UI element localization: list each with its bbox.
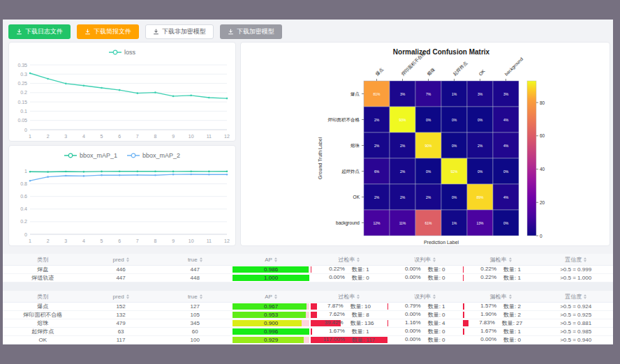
column-header[interactable]: 误判率 — [388, 254, 463, 265]
rate-value: 0.00% — [405, 336, 421, 344]
ap-cell: 0.967 — [231, 303, 311, 310]
svg-text:40: 40 — [540, 167, 545, 172]
svg-text:1%: 1% — [452, 221, 457, 225]
sort-icon[interactable] — [357, 294, 360, 299]
ap-value: 0.953 — [232, 312, 309, 318]
over-detect-cell: 39.42%数量: 136 — [311, 319, 387, 327]
column-header[interactable]: AP — [231, 254, 311, 265]
legend-item-bbox_mAP_1[interactable]: bbox_mAP_1 — [64, 152, 117, 159]
svg-text:13%: 13% — [476, 221, 484, 225]
miss-detect-cell: 0.00%数量: 0 — [463, 336, 538, 344]
legend-label: bbox_mAP_1 — [80, 152, 117, 159]
ap-bar: 0.986 — [232, 266, 309, 273]
confidence-cell: >0.5 = 1.000 — [538, 274, 613, 282]
matrix-row-label: 熔珠 — [350, 143, 360, 149]
legend-item-bbox_mAP_2[interactable]: bbox_mAP_2 — [127, 152, 180, 159]
sort-icon[interactable] — [274, 257, 277, 262]
sort-icon[interactable] — [509, 257, 512, 262]
download-button-2[interactable]: 下载简报文件 — [77, 24, 139, 39]
miss-detect-cell: 1.67%数量: 1 — [463, 328, 538, 335]
table-row: OK1171000.929117.00%数量: 1170.00%数量: 00.0… — [3, 336, 613, 344]
svg-text:0.6: 0.6 — [20, 194, 27, 199]
sort-icon[interactable] — [584, 294, 586, 299]
rate-count: 数量: 4 — [428, 319, 445, 327]
svg-text:5: 5 — [101, 134, 103, 139]
over-detect-cell: 7.87%数量: 10 — [311, 303, 387, 310]
svg-text:0.2: 0.2 — [20, 219, 27, 224]
column-header[interactable]: 漏检率 — [463, 291, 538, 302]
table-row: 熔珠4793450.90039.42%数量: 1361.16%数量: 47.83… — [3, 319, 613, 328]
ap-value: 0.986 — [232, 266, 309, 273]
rate-count: 数量: 0 — [428, 336, 445, 344]
column-header[interactable]: 过检率 — [311, 254, 387, 265]
svg-text:0%: 0% — [503, 221, 509, 225]
svg-text:0.05: 0.05 — [17, 118, 27, 123]
column-header[interactable]: pred — [82, 291, 158, 302]
screen: { "toolbar": { "buttons": [ {"label": "下… — [0, 0, 620, 364]
svg-text:7%: 7% — [426, 92, 431, 96]
column-header-label: 过检率 — [338, 256, 355, 264]
category-cell: 爆点 — [3, 303, 82, 310]
rate-value: 7.83% — [479, 319, 495, 327]
column-header[interactable]: 置信度 — [538, 291, 613, 302]
svg-text:2%: 2% — [400, 144, 406, 148]
rate-count: 数量: 2 — [503, 311, 521, 319]
svg-text:0: 0 — [540, 234, 542, 238]
column-header[interactable]: pred — [82, 254, 158, 265]
matrix-column-label: 爆点 — [374, 66, 384, 76]
download-icon — [16, 29, 22, 35]
loss-chart-card: loss 00.050.10.150.20.250.30.35123456789… — [8, 42, 236, 142]
download-button-4[interactable]: 下载加密模型 — [220, 24, 282, 39]
sort-icon[interactable] — [433, 257, 436, 262]
svg-text:1: 1 — [29, 134, 31, 139]
svg-text:9: 9 — [172, 238, 175, 243]
svg-text:4: 4 — [82, 238, 85, 243]
svg-text:9: 9 — [172, 134, 175, 139]
download-button-1[interactable]: 下载日志文件 — [8, 24, 71, 39]
confidence-cell: >0.5 = 0.940 — [538, 336, 613, 344]
column-header[interactable]: 误判率 — [388, 291, 463, 302]
miss-detect-cell: 1.57%数量: 2 — [463, 303, 538, 310]
rate-count: 数量: 1 — [352, 266, 369, 273]
sort-icon[interactable] — [357, 257, 360, 262]
column-header[interactable]: 过检率 — [311, 291, 387, 302]
ap-cell: 0.900 — [231, 319, 311, 327]
sort-icon[interactable] — [200, 294, 202, 299]
download-button-3[interactable]: 下载非加密模型 — [145, 24, 214, 39]
sort-icon[interactable] — [126, 294, 129, 299]
column-header-label: 误判率 — [414, 293, 431, 301]
sort-icon[interactable] — [126, 257, 129, 262]
column-header-label: true — [188, 257, 198, 263]
svg-text:2%: 2% — [478, 144, 483, 148]
sort-icon[interactable] — [433, 294, 436, 299]
button-label: 下载加密模型 — [237, 27, 274, 36]
rate-value: 7.62% — [329, 311, 345, 319]
confidence-cell: >0.5 = 0.999 — [538, 266, 613, 273]
miss-detect-cell: 0.22%数量: 1 — [463, 266, 538, 273]
category-cell: OK — [3, 336, 82, 344]
category-cell: 熔珠 — [3, 319, 82, 327]
sort-icon[interactable] — [274, 294, 277, 299]
column-header[interactable]: AP — [231, 291, 311, 302]
svg-text:0.25: 0.25 — [17, 81, 27, 86]
sort-icon[interactable] — [509, 294, 512, 299]
svg-text:90%: 90% — [425, 144, 432, 148]
column-header-label: 置信度 — [565, 256, 582, 264]
toolbar: 下载日志文件下载简报文件下载非加密模型下载加密模型 — [8, 24, 288, 39]
matrix-row-label: OK — [353, 195, 360, 199]
button-label: 下载简报文件 — [94, 27, 131, 36]
column-header[interactable]: 置信度 — [538, 254, 613, 265]
column-header[interactable]: true — [159, 291, 231, 302]
rate-count: 数量: 1 — [352, 328, 369, 335]
column-header[interactable]: 漏检率 — [463, 254, 538, 265]
svg-text:2: 2 — [47, 134, 50, 139]
sort-icon[interactable] — [584, 257, 586, 262]
pred-cell: 447 — [82, 274, 158, 282]
svg-text:12%: 12% — [373, 221, 381, 225]
legend-item-loss[interactable]: loss — [109, 49, 135, 56]
sort-icon[interactable] — [200, 257, 202, 262]
svg-text:4%: 4% — [503, 195, 509, 199]
rate-value: 1.90% — [480, 311, 496, 319]
column-header[interactable]: true — [159, 254, 231, 265]
ap-value: 0.900 — [232, 320, 309, 326]
